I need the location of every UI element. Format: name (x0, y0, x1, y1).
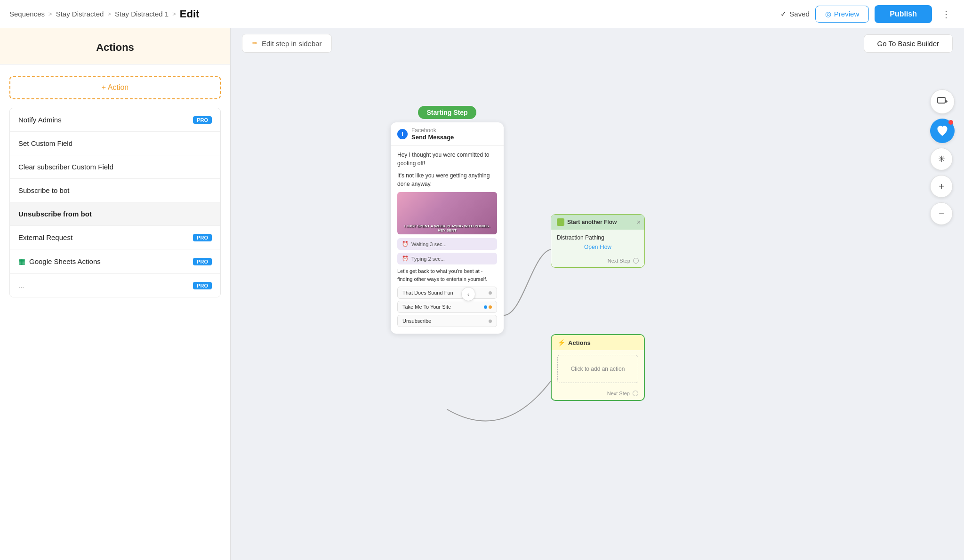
pencil-icon: ✏ (252, 39, 258, 48)
clear-subscriber-label: Clear subscriber Custom Field (18, 163, 113, 171)
quick-reply-3-dots (489, 320, 492, 323)
add-action-label: + Action (102, 83, 129, 91)
action-item-external-request[interactable]: External Request PRO (10, 226, 220, 249)
action-item-unsubscribe-bot[interactable]: Unsubscribe from bot (10, 202, 220, 226)
action-item-more[interactable]: ... PRO (10, 274, 220, 297)
starting-step-badge: Starting Step (418, 106, 476, 119)
main-layout: Actions + Action Notify Admins PRO Set (0, 28, 964, 560)
check-icon: ✓ (780, 10, 787, 18)
svg-rect-0 (938, 97, 945, 103)
message-text-2: It's not like you were getting anything … (397, 171, 497, 188)
next-step-circle-flow (633, 258, 639, 264)
action-item-set-custom-field[interactable]: Set Custom Field (10, 132, 220, 155)
quick-reply-2-label: Take Me To Your Site (402, 304, 451, 310)
pro-badge-notify: PRO (193, 116, 212, 124)
more-icon: ⋮ (941, 9, 951, 19)
quick-reply-3[interactable]: Unsubscribe (397, 315, 497, 327)
saved-label: Saved (789, 10, 810, 18)
action-list: Notify Admins PRO Set Custom Field Clear… (9, 108, 221, 297)
clock-icon-2: ⏰ (402, 256, 409, 262)
starting-step-container: Starting Step (391, 106, 504, 124)
flow-node-close-button[interactable]: × (637, 218, 641, 226)
unsubscribe-bot-label: Unsubscribe from bot (18, 210, 92, 218)
heart-button[interactable] (930, 119, 955, 143)
facebook-icon: f (397, 129, 408, 139)
edit-step-label: Edit step in sidebar (262, 40, 322, 48)
subscribe-bot-label: Subscribe to bot (18, 186, 69, 194)
arrow-left-icon: ‹ (467, 291, 469, 298)
minus-icon: − (939, 208, 944, 219)
zoom-out-button[interactable]: − (930, 202, 953, 225)
dot-yellow (489, 305, 492, 309)
sheets-icon: ▦ (18, 257, 25, 266)
breadcrumb-sequences[interactable]: Sequences (9, 10, 45, 18)
add-action-button[interactable]: + Action (9, 76, 221, 99)
breadcrumb-stay-distracted[interactable]: Stay Distracted (56, 10, 104, 18)
preview-circle-icon: ◎ (825, 10, 831, 18)
next-step-label-actions: Next Step (607, 391, 630, 396)
action-item-subscribe-bot[interactable]: Subscribe to bot (10, 179, 220, 202)
click-action-box[interactable]: Click to add an action (557, 355, 638, 383)
open-flow-link[interactable]: Open Flow (557, 244, 639, 250)
reply-text: Let's get back to what you're best at - … (397, 267, 497, 283)
card-platform: Facebook (411, 127, 454, 134)
actions-node[interactable]: ⚡ Actions Click to add an action Next St… (551, 334, 645, 401)
set-custom-field-label: Set Custom Field (18, 139, 72, 147)
add-node-button[interactable] (930, 89, 955, 114)
nav-right: ✓ Saved ◎ Preview Publish ⋮ (780, 5, 955, 23)
quick-reply-2-dots (484, 305, 492, 309)
flow-node-title: Start another Flow (567, 219, 617, 225)
notify-admins-label: Notify Admins (18, 116, 62, 124)
publish-button[interactable]: Publish (875, 5, 932, 23)
google-sheets-label: Google Sheets Actions (29, 257, 101, 265)
canvas-topbar: ✏ Edit step in sidebar Go To Basic Build… (231, 28, 964, 58)
breadcrumb-sep3: > (172, 10, 176, 17)
next-step-circle-actions (633, 391, 638, 396)
sidebar-content: + Action Notify Admins PRO Set Custom Fi… (0, 64, 230, 560)
action-item-google-sheets[interactable]: ▦ Google Sheets Actions PRO (10, 249, 220, 274)
wait-2-label: Typing 2 sec... (411, 256, 445, 262)
wait-1: ⏰ Waiting 3 sec... (397, 238, 497, 250)
action-item-left-8: ... (18, 281, 24, 289)
message-card[interactable]: f Facebook Send Message Hey I thought yo… (391, 122, 504, 334)
clock-icon-1: ⏰ (402, 241, 409, 247)
flow-node-label: Distraction Pathing (557, 234, 639, 241)
breadcrumb-edit: Edit (180, 8, 200, 20)
action-item-left-6: External Request (18, 233, 72, 241)
canvas: ✏ Edit step in sidebar Go To Basic Build… (231, 28, 964, 560)
edit-step-button[interactable]: ✏ Edit step in sidebar (242, 34, 332, 53)
action-item-left-2: Set Custom Field (18, 139, 72, 147)
preview-button[interactable]: ◎ Preview (815, 6, 869, 23)
asterisk-button[interactable]: ✳ (930, 148, 953, 170)
breadcrumb-stay-distracted-1[interactable]: Stay Distracted 1 (115, 10, 169, 18)
preview-label: Preview (834, 10, 859, 18)
flow-next-step: Next Step (551, 255, 644, 267)
asterisk-icon: ✳ (938, 154, 945, 164)
zoom-in-button[interactable]: + (930, 175, 953, 198)
flow-node[interactable]: Start another Flow Distraction Pathing O… (551, 214, 645, 268)
quick-reply-2[interactable]: Take Me To Your Site (397, 301, 497, 313)
flow-node-body: Distraction Pathing Open Flow (551, 230, 644, 255)
message-text-1: Hey I thought you were committed to goof… (397, 151, 497, 168)
action-item-left-3: Clear subscriber Custom Field (18, 163, 113, 171)
saved-badge: ✓ Saved (780, 10, 810, 18)
more-button[interactable]: ⋮ (938, 7, 955, 22)
action-item-clear-subscriber[interactable]: Clear subscriber Custom Field (10, 155, 220, 179)
canvas-tools: ✳ + − (930, 89, 955, 225)
message-card-info: Facebook Send Message (411, 127, 454, 141)
breadcrumb-sep1: > (48, 10, 52, 17)
quick-reply-1-label: That Does Sound Fun (402, 290, 453, 296)
action-item-notify-admins[interactable]: Notify Admins PRO (10, 108, 220, 132)
quick-reply-1-dots (489, 291, 492, 295)
basic-builder-button[interactable]: Go To Basic Builder (864, 34, 953, 53)
sidebar-title: Actions (96, 41, 134, 53)
dot-3 (489, 320, 492, 323)
action-list-wrapper: Notify Admins PRO Set Custom Field Clear… (9, 108, 221, 297)
quick-reply-3-label: Unsubscribe (402, 318, 431, 324)
top-nav: Sequences > Stay Distracted > Stay Distr… (0, 0, 964, 28)
action-item-left-7: ▦ Google Sheets Actions (18, 257, 101, 266)
card-type: Send Message (411, 134, 454, 141)
quick-reply-1[interactable]: That Does Sound Fun (397, 287, 497, 299)
publish-label: Publish (890, 10, 917, 18)
collapse-sidebar-button[interactable]: ‹ (461, 287, 475, 301)
